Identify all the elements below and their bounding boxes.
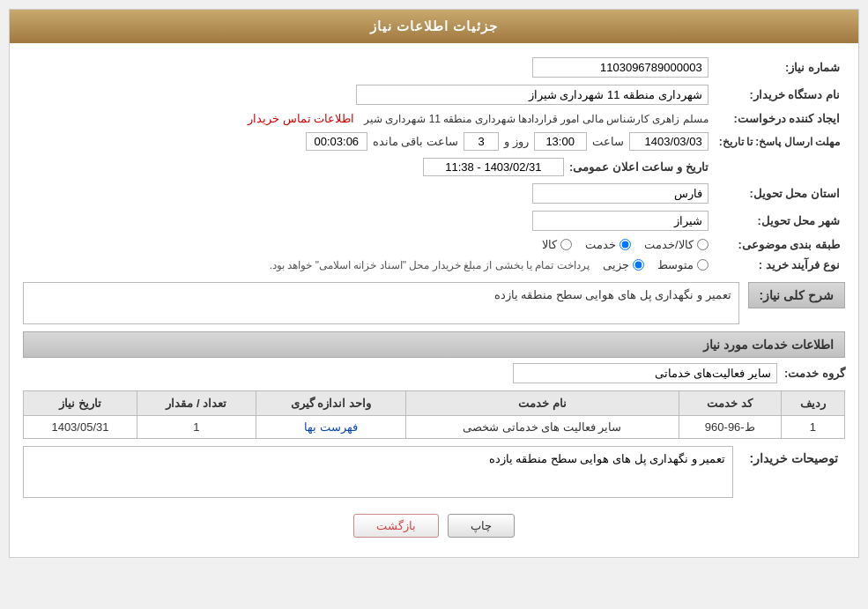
id-row: شماره نیاز: document.currentScript.previ… — [23, 54, 845, 81]
info-table: شماره نیاز: document.currentScript.previ… — [23, 54, 845, 275]
col-service-name: نام خدمت — [405, 391, 679, 416]
city-input[interactable] — [532, 211, 708, 231]
deadline-remaining-label: ساعت باقی مانده — [373, 135, 458, 148]
category-radio-group: کالا/خدمت خدمت کالا — [28, 238, 708, 251]
category-row: طبقه بندی موضوعی: کالا/خدمت خدمت — [23, 234, 845, 255]
city-row: شهر محل تحویل: — [23, 207, 845, 234]
unit: فهرست بها — [256, 416, 405, 439]
content-area: شماره نیاز: document.currentScript.previ… — [10, 43, 858, 557]
services-table: ردیف کد خدمت نام خدمت واحد اندازه گیری ت… — [23, 390, 845, 439]
id-input[interactable] — [532, 57, 708, 78]
id-value: document.currentScript.previousElementSi… — [83, 54, 714, 81]
process-motavasset[interactable]: متوسط — [657, 258, 708, 271]
category-kala[interactable]: کالا — [542, 238, 572, 251]
category-label: طبقه بندی موضوعی: — [714, 234, 845, 255]
col-unit: واحد اندازه گیری — [256, 391, 405, 416]
creator-label: ایجاد کننده درخواست: — [714, 108, 845, 129]
buyer-label: نام دستگاه خریدار: — [714, 81, 845, 108]
creator-row: ایجاد کننده درخواست: مسلم زاهری کارشناس … — [23, 108, 845, 129]
description-header: شرح کلی نیاز: — [748, 282, 845, 308]
province-label: استان محل تحویل: — [714, 180, 845, 207]
page-wrapper: جزئیات اطلاعات نیاز شماره نیاز: document… — [0, 0, 868, 609]
category-kala-khedmat[interactable]: کالا/خدمت — [644, 238, 708, 251]
table-row: 1 ط-96-960 سایر فعالیت های خدماتی شخصی ف… — [24, 416, 845, 439]
creator-text: مسلم زاهری کارشناس مالی امور قراردادها ش… — [364, 113, 708, 125]
buttons-row: چاپ بازگشت — [23, 514, 845, 538]
announcement-input[interactable] — [423, 158, 564, 176]
city-label: شهر محل تحویل: — [714, 207, 845, 234]
buyer-value — [23, 81, 714, 108]
unit-link[interactable]: فهرست بها — [304, 420, 358, 434]
buyer-row: نام دستگاه خریدار: — [23, 81, 845, 108]
province-input[interactable] — [532, 183, 708, 204]
contact-link[interactable]: اطلاعات تماس خریدار — [248, 112, 354, 125]
id-label: شماره نیاز: — [714, 54, 845, 81]
process-row: نوع فرآیند خرید : متوسط جزیی — [23, 255, 845, 275]
buyer-input[interactable] — [356, 85, 708, 105]
buyer-notes-textarea[interactable]: تعمیر و نگهداری پل های هوایی سطح منطقه ی… — [23, 446, 733, 498]
deadline-row: مهلت ارسال پاسخ: تا تاریخ: ساعت روز و سا… — [23, 129, 845, 154]
creator-value: مسلم زاهری کارشناس مالی امور قراردادها ش… — [23, 108, 714, 129]
main-container: جزئیات اطلاعات نیاز شماره نیاز: document… — [9, 9, 859, 558]
services-header: اطلاعات خدمات مورد نیاز — [23, 331, 845, 358]
announcement-value: تاریخ و ساعت اعلان عمومی: — [47, 154, 714, 180]
announcement-label: تاریخ و ساعت اعلان عمومی: — [569, 160, 708, 174]
date: 1403/05/31 — [24, 416, 137, 439]
deadline-time-input[interactable] — [534, 132, 587, 151]
page-header: جزئیات اطلاعات نیاز — [10, 10, 858, 43]
quantity: 1 — [137, 416, 256, 439]
deadline-date-input[interactable] — [629, 132, 708, 151]
page-title: جزئیات اطلاعات نیاز — [370, 19, 498, 33]
deadline-value: ساعت روز و ساعت باقی مانده — [23, 129, 714, 154]
process-jozei[interactable]: جزیی — [603, 258, 644, 271]
buyer-notes-header: توصیحات خریدار: — [742, 446, 845, 471]
process-note: پرداخت تمام یا بخشی از مبلغ خریدار محل "… — [270, 259, 590, 271]
service-name: سایر فعالیت های خدماتی شخصی — [405, 416, 679, 439]
col-service-code: کد خدمت — [679, 391, 781, 416]
deadline-label: مهلت ارسال پاسخ: تا تاریخ: — [714, 129, 845, 154]
group-label: گروه خدمت: — [784, 367, 845, 380]
col-row-num: ردیف — [781, 391, 844, 416]
description-content: تعمیر و نگهداری پل های هوایی سطح منطقه ی… — [23, 282, 739, 324]
row-num: 1 — [781, 416, 844, 439]
group-input[interactable] — [513, 363, 777, 383]
deadline-time-label: ساعت — [592, 135, 624, 148]
deadline-days-label: روز و — [504, 135, 529, 148]
announcement-row: تاریخ و ساعت اعلان عمومی: — [23, 154, 845, 180]
back-button[interactable]: بازگشت — [353, 514, 439, 538]
col-date: تاریخ نیاز — [24, 391, 137, 416]
deadline-days-input[interactable] — [464, 132, 499, 151]
province-row: استان محل تحویل: — [23, 180, 845, 207]
service-code: ط-96-960 — [679, 416, 781, 439]
print-button[interactable]: چاپ — [448, 514, 515, 538]
deadline-time-row: ساعت روز و ساعت باقی مانده — [28, 132, 708, 151]
process-label: نوع فرآیند خرید : — [714, 255, 845, 275]
deadline-remaining-input[interactable] — [306, 132, 367, 151]
category-khedmat[interactable]: خدمت — [585, 238, 631, 251]
col-quantity: تعداد / مقدار — [137, 391, 256, 416]
process-radio-group: متوسط جزیی — [603, 258, 708, 271]
